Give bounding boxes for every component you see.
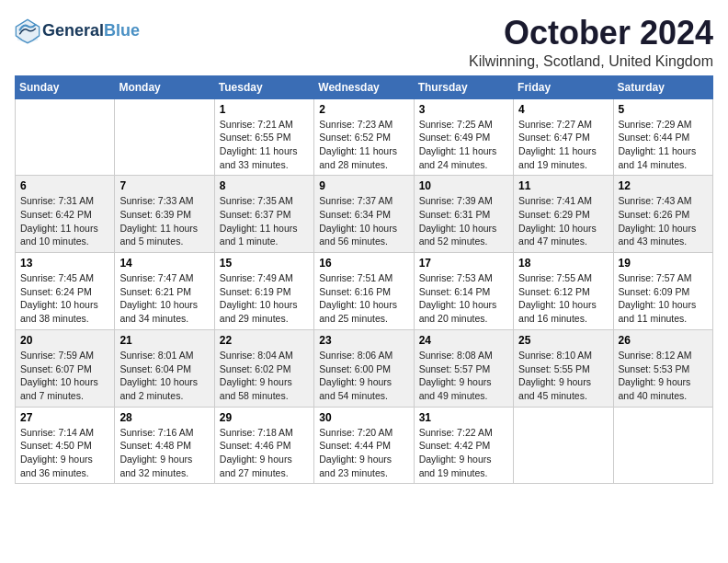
calendar-cell: 14Sunrise: 7:47 AM Sunset: 6:21 PM Dayli… <box>115 253 214 330</box>
calendar-cell: 4Sunrise: 7:27 AM Sunset: 6:47 PM Daylig… <box>514 98 613 176</box>
calendar-cell: 31Sunrise: 7:22 AM Sunset: 4:42 PM Dayli… <box>414 407 513 484</box>
day-number: 11 <box>518 179 608 192</box>
calendar-week-row: 1Sunrise: 7:21 AM Sunset: 6:55 PM Daylig… <box>16 98 713 176</box>
day-info: Sunrise: 7:18 AM Sunset: 4:46 PM Dayligh… <box>220 426 309 480</box>
day-number: 9 <box>319 179 408 192</box>
day-info: Sunrise: 7:21 AM Sunset: 6:55 PM Dayligh… <box>220 118 309 172</box>
calendar-cell: 26Sunrise: 8:12 AM Sunset: 5:53 PM Dayli… <box>613 329 712 407</box>
calendar-cell: 20Sunrise: 7:59 AM Sunset: 6:07 PM Dayli… <box>16 329 115 407</box>
calendar-cell: 16Sunrise: 7:51 AM Sunset: 6:16 PM Dayli… <box>314 253 414 330</box>
weekday-header-tuesday: Tuesday <box>214 75 313 98</box>
day-number: 28 <box>119 411 209 424</box>
calendar-week-row: 6Sunrise: 7:31 AM Sunset: 6:42 PM Daylig… <box>16 176 713 253</box>
calendar-cell <box>16 98 115 176</box>
logo-icon <box>15 18 40 44</box>
weekday-header-thursday: Thursday <box>414 75 513 98</box>
day-number: 18 <box>518 257 608 270</box>
weekday-header-sunday: Sunday <box>16 75 115 98</box>
calendar-cell: 29Sunrise: 7:18 AM Sunset: 4:46 PM Dayli… <box>214 407 313 484</box>
logo-text-blue: Blue <box>104 22 140 40</box>
day-number: 20 <box>20 334 109 347</box>
day-number: 2 <box>319 103 408 116</box>
day-info: Sunrise: 7:57 AM Sunset: 6:09 PM Dayligh… <box>619 271 708 326</box>
day-info: Sunrise: 7:23 AM Sunset: 6:52 PM Dayligh… <box>319 118 408 172</box>
weekday-header-friday: Friday <box>514 75 613 98</box>
day-info: Sunrise: 8:04 AM Sunset: 6:02 PM Dayligh… <box>220 349 309 403</box>
calendar-cell: 8Sunrise: 7:35 AM Sunset: 6:37 PM Daylig… <box>214 176 313 253</box>
title-area: October 2024 Kilwinning, Scotland, Unite… <box>469 15 713 70</box>
day-info: Sunrise: 7:45 AM Sunset: 6:24 PM Dayligh… <box>20 271 109 326</box>
day-info: Sunrise: 8:01 AM Sunset: 6:04 PM Dayligh… <box>119 349 209 403</box>
day-number: 1 <box>220 103 309 116</box>
day-info: Sunrise: 7:37 AM Sunset: 6:34 PM Dayligh… <box>319 194 408 248</box>
day-info: Sunrise: 7:25 AM Sunset: 6:49 PM Dayligh… <box>419 118 508 172</box>
calendar-cell: 27Sunrise: 7:14 AM Sunset: 4:50 PM Dayli… <box>16 407 115 484</box>
calendar-week-row: 13Sunrise: 7:45 AM Sunset: 6:24 PM Dayli… <box>16 253 713 330</box>
weekday-header-saturday: Saturday <box>613 75 712 98</box>
calendar-table: SundayMondayTuesdayWednesdayThursdayFrid… <box>15 75 713 485</box>
day-number: 15 <box>220 257 309 270</box>
day-number: 21 <box>119 334 209 347</box>
calendar-cell: 9Sunrise: 7:37 AM Sunset: 6:34 PM Daylig… <box>314 176 414 253</box>
calendar-cell: 15Sunrise: 7:49 AM Sunset: 6:19 PM Dayli… <box>214 253 313 330</box>
calendar-cell: 23Sunrise: 8:06 AM Sunset: 6:00 PM Dayli… <box>314 329 414 407</box>
day-info: Sunrise: 7:33 AM Sunset: 6:39 PM Dayligh… <box>119 194 209 248</box>
day-number: 16 <box>319 257 408 270</box>
page-subtitle: Kilwinning, Scotland, United Kingdom <box>469 53 713 70</box>
calendar-cell: 19Sunrise: 7:57 AM Sunset: 6:09 PM Dayli… <box>613 253 712 330</box>
day-number: 17 <box>419 257 508 270</box>
calendar-cell: 13Sunrise: 7:45 AM Sunset: 6:24 PM Dayli… <box>16 253 115 330</box>
calendar-cell: 25Sunrise: 8:10 AM Sunset: 5:55 PM Dayli… <box>514 329 613 407</box>
day-info: Sunrise: 7:51 AM Sunset: 6:16 PM Dayligh… <box>319 271 408 326</box>
day-number: 25 <box>518 334 608 347</box>
calendar-cell: 12Sunrise: 7:43 AM Sunset: 6:26 PM Dayli… <box>613 176 712 253</box>
day-number: 3 <box>419 103 508 116</box>
calendar-cell: 28Sunrise: 7:16 AM Sunset: 4:48 PM Dayli… <box>115 407 214 484</box>
day-number: 30 <box>319 411 408 424</box>
day-number: 5 <box>619 103 708 116</box>
day-info: Sunrise: 7:53 AM Sunset: 6:14 PM Dayligh… <box>419 271 508 326</box>
logo-text-general: General <box>42 22 104 40</box>
day-number: 6 <box>20 179 109 192</box>
day-info: Sunrise: 7:29 AM Sunset: 6:44 PM Dayligh… <box>619 118 708 172</box>
day-number: 14 <box>119 257 209 270</box>
day-info: Sunrise: 7:31 AM Sunset: 6:42 PM Dayligh… <box>20 194 109 248</box>
calendar-cell: 21Sunrise: 8:01 AM Sunset: 6:04 PM Dayli… <box>115 329 214 407</box>
day-info: Sunrise: 7:27 AM Sunset: 6:47 PM Dayligh… <box>518 118 608 172</box>
day-number: 10 <box>419 179 508 192</box>
day-number: 19 <box>619 257 708 270</box>
calendar-cell <box>514 407 613 484</box>
day-info: Sunrise: 7:41 AM Sunset: 6:29 PM Dayligh… <box>518 194 608 248</box>
calendar-cell: 11Sunrise: 7:41 AM Sunset: 6:29 PM Dayli… <box>514 176 613 253</box>
page-title: October 2024 <box>469 15 713 52</box>
day-number: 27 <box>20 411 109 424</box>
day-number: 23 <box>319 334 408 347</box>
day-info: Sunrise: 7:43 AM Sunset: 6:26 PM Dayligh… <box>619 194 708 248</box>
logo: General Blue <box>15 18 140 44</box>
calendar-week-row: 27Sunrise: 7:14 AM Sunset: 4:50 PM Dayli… <box>16 407 713 484</box>
calendar-cell: 1Sunrise: 7:21 AM Sunset: 6:55 PM Daylig… <box>214 98 313 176</box>
calendar-cell: 3Sunrise: 7:25 AM Sunset: 6:49 PM Daylig… <box>414 98 513 176</box>
calendar-cell <box>115 98 214 176</box>
calendar-cell: 2Sunrise: 7:23 AM Sunset: 6:52 PM Daylig… <box>314 98 414 176</box>
day-info: Sunrise: 7:49 AM Sunset: 6:19 PM Dayligh… <box>220 271 309 326</box>
day-info: Sunrise: 7:16 AM Sunset: 4:48 PM Dayligh… <box>119 426 209 480</box>
day-info: Sunrise: 8:08 AM Sunset: 5:57 PM Dayligh… <box>419 349 508 403</box>
day-number: 29 <box>220 411 309 424</box>
calendar-cell: 10Sunrise: 7:39 AM Sunset: 6:31 PM Dayli… <box>414 176 513 253</box>
day-number: 4 <box>518 103 608 116</box>
day-info: Sunrise: 7:59 AM Sunset: 6:07 PM Dayligh… <box>20 349 109 403</box>
calendar-cell: 30Sunrise: 7:20 AM Sunset: 4:44 PM Dayli… <box>314 407 414 484</box>
calendar-cell: 17Sunrise: 7:53 AM Sunset: 6:14 PM Dayli… <box>414 253 513 330</box>
calendar-cell: 5Sunrise: 7:29 AM Sunset: 6:44 PM Daylig… <box>613 98 712 176</box>
calendar-cell <box>613 407 712 484</box>
day-info: Sunrise: 8:06 AM Sunset: 6:00 PM Dayligh… <box>319 349 408 403</box>
day-number: 31 <box>419 411 508 424</box>
day-info: Sunrise: 7:22 AM Sunset: 4:42 PM Dayligh… <box>419 426 508 480</box>
day-info: Sunrise: 7:35 AM Sunset: 6:37 PM Dayligh… <box>220 194 309 248</box>
calendar-header-row: SundayMondayTuesdayWednesdayThursdayFrid… <box>16 75 713 98</box>
calendar-cell: 6Sunrise: 7:31 AM Sunset: 6:42 PM Daylig… <box>16 176 115 253</box>
day-info: Sunrise: 8:10 AM Sunset: 5:55 PM Dayligh… <box>518 349 608 403</box>
day-number: 26 <box>619 334 708 347</box>
day-number: 12 <box>619 179 708 192</box>
